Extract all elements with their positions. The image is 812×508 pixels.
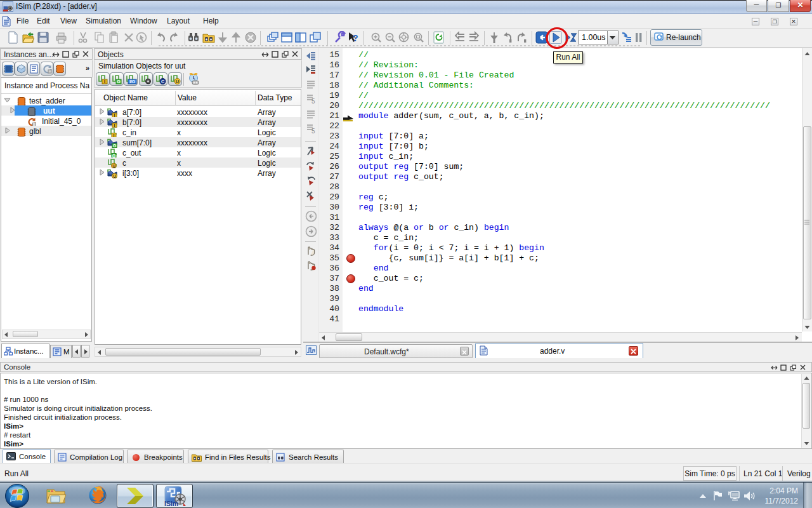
svg-text:?: ? — [353, 33, 358, 43]
svg-text:O: O — [117, 79, 121, 84]
svg-text:C: C — [161, 79, 164, 84]
svg-text:I/O: I/O — [129, 79, 135, 84]
svg-text:U: U — [113, 174, 116, 178]
svg-text:U: U — [176, 79, 179, 84]
svg-text:5: 5 — [311, 98, 315, 105]
svg-text:I: I — [104, 79, 105, 84]
svg-text:5: 5 — [311, 128, 315, 135]
svg-text:ISim: ISim — [164, 500, 178, 507]
